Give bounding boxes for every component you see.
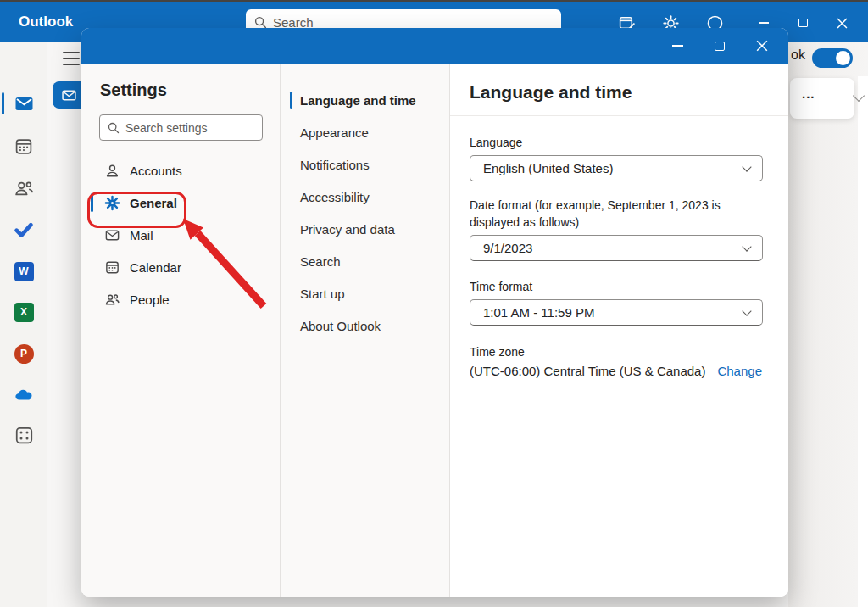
category-label: Privacy and data (300, 222, 395, 237)
category-language-and-time[interactable]: Language and time (281, 84, 449, 116)
category-privacy-and-data[interactable]: Privacy and data (281, 213, 449, 245)
settings-search-input[interactable] (125, 121, 254, 135)
reading-pane-background (788, 42, 868, 607)
divider (450, 115, 788, 116)
category-label: Language and time (300, 93, 416, 108)
panel-title: Language and time (470, 82, 768, 103)
category-accessibility[interactable]: Accessibility (281, 181, 449, 213)
date-format-select[interactable]: 9/1/2023 (470, 235, 763, 261)
rail-mail-icon[interactable] (12, 92, 36, 115)
dialog-maximize-button[interactable] (698, 28, 741, 64)
search-icon (108, 122, 120, 134)
hamburger-menu-icon[interactable] (63, 52, 80, 70)
settings-nav-panel: Settings Accounts General Mail (81, 64, 280, 597)
category-label: Appearance (300, 125, 369, 140)
more-options-card[interactable]: ... (790, 78, 854, 119)
time-format-value: 1:01 AM - 11:59 PM (483, 305, 743, 320)
category-label: Start up (300, 287, 345, 301)
rail-todo-icon[interactable] (12, 218, 36, 242)
rail-powerpoint-icon[interactable]: P (12, 342, 36, 365)
window-maximize-button[interactable] (783, 8, 822, 37)
settings-dialog: Settings Accounts General Mail (81, 28, 788, 597)
dialog-minimize-button[interactable] (656, 28, 698, 64)
envelope-icon (104, 227, 120, 243)
person-icon (104, 163, 120, 179)
time-zone-label: Time zone (470, 343, 768, 360)
window-close-button[interactable] (822, 8, 861, 37)
language-label: Language (470, 134, 768, 151)
envelope-icon (62, 88, 76, 103)
rail-word-icon[interactable]: W (12, 259, 36, 283)
language-value: English (United States) (483, 161, 743, 175)
settings-nav-label: People (130, 292, 170, 307)
category-search[interactable]: Search (281, 245, 449, 277)
settings-nav-label: Calendar (130, 260, 181, 275)
settings-detail-panel: Language and time Language English (Unit… (449, 64, 788, 597)
category-label: About Outlook (300, 319, 381, 333)
close-icon (756, 40, 768, 52)
language-select[interactable]: English (United States) (470, 155, 763, 181)
dialog-close-button[interactable] (741, 28, 783, 64)
settings-category-panel: Language and time Appearance Notificatio… (280, 64, 449, 597)
category-appearance[interactable]: Appearance (281, 116, 449, 148)
calendar-icon (104, 259, 120, 276)
time-zone-change-link[interactable]: Change (717, 364, 762, 378)
settings-heading: Settings (100, 81, 280, 100)
search-icon (254, 16, 267, 29)
settings-nav-people[interactable]: People (81, 283, 280, 315)
selection-bar (91, 193, 93, 212)
rail-people-icon[interactable] (12, 176, 36, 200)
category-label: Search (300, 254, 341, 269)
new-outlook-toggle[interactable] (812, 48, 853, 68)
selection-bar (290, 92, 292, 109)
category-start-up[interactable]: Start up (281, 277, 449, 309)
category-notifications[interactable]: Notifications (281, 148, 449, 181)
date-format-label: Date format (for example, September 1, 2… (470, 197, 768, 231)
settings-nav-calendar[interactable]: Calendar (81, 251, 280, 283)
settings-nav-mail[interactable]: Mail (81, 219, 280, 251)
close-icon (837, 18, 848, 29)
settings-nav-label: Mail (130, 228, 153, 242)
new-outlook-toggle-label: ok (791, 47, 805, 63)
date-format-value: 9/1/2023 (483, 241, 743, 255)
settings-dialog-titlebar (81, 28, 788, 64)
app-title: Outlook (19, 2, 73, 42)
chevron-down-icon (742, 162, 751, 171)
chevron-down-icon (742, 306, 751, 315)
chevron-down-icon (742, 242, 751, 251)
time-zone-value: (UTC-06:00) Central Time (US & Canada) (470, 364, 705, 378)
settings-nav-label: General (130, 196, 177, 210)
settings-nav-general[interactable]: General (81, 187, 280, 219)
app-rail: W X P (0, 42, 47, 607)
settings-nav-label: Accounts (130, 164, 182, 178)
category-label: Notifications (300, 158, 370, 172)
people-icon (104, 292, 120, 308)
rail-onedrive-icon[interactable] (12, 383, 36, 407)
rail-excel-icon[interactable]: X (12, 300, 36, 324)
time-format-label: Time format (470, 278, 768, 295)
reading-pane-edge (858, 76, 868, 607)
rail-calendar-icon[interactable] (12, 135, 36, 159)
category-about-outlook[interactable]: About Outlook (281, 309, 449, 342)
gear-icon (104, 195, 120, 211)
time-format-select[interactable]: 1:01 AM - 11:59 PM (470, 299, 763, 326)
settings-nav-accounts[interactable]: Accounts (81, 154, 280, 187)
category-label: Accessibility (300, 190, 370, 204)
ellipsis-icon[interactable]: ... (802, 86, 815, 101)
settings-search-box[interactable] (99, 114, 263, 141)
rail-apps-grid-icon[interactable] (12, 423, 36, 447)
rail-selection-indicator (2, 92, 4, 114)
